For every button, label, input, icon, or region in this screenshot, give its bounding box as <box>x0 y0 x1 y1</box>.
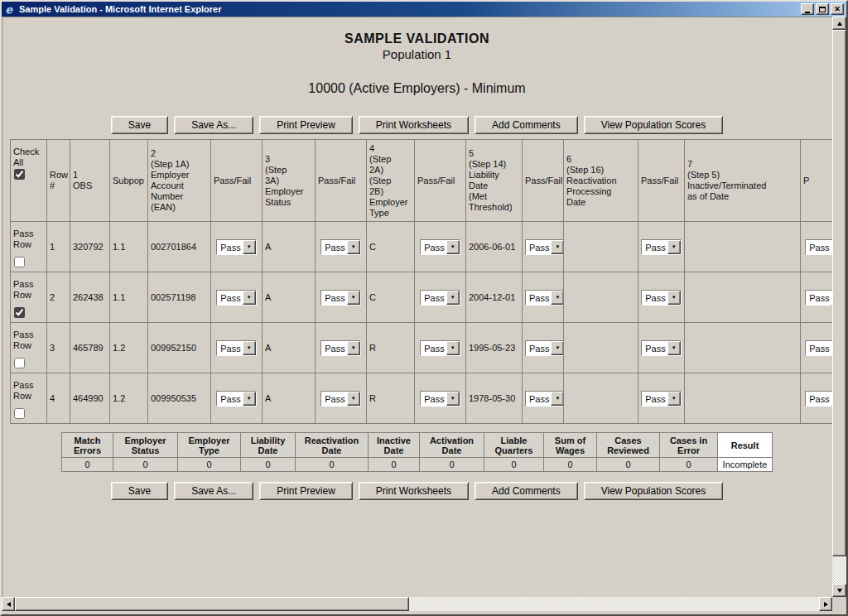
reactivation-date-value: 0 <box>296 458 369 472</box>
scroll-left-button[interactable] <box>2 597 15 611</box>
pass-fail-select[interactable]: Pass▼ <box>525 290 564 306</box>
view-population-scores-button[interactable]: View Population Scores <box>584 482 724 500</box>
liability-date-cell: 1995-05-23 <box>466 323 523 373</box>
print-preview-button[interactable]: Print Preview <box>259 116 353 134</box>
pass-fail-select[interactable]: Pass▼ <box>641 340 681 356</box>
table-row: Pass Row 2 262438 1.1 002571198 Pass▼ A … <box>11 272 833 323</box>
pass-fail-select[interactable]: Pass▼ <box>641 391 681 407</box>
save-button[interactable]: Save <box>111 116 168 134</box>
pass-fail-select[interactable]: Pass▼ <box>420 239 460 255</box>
header-row: Check All Row # 1 OBS Subpop 2 (Step 1A)… <box>11 140 833 222</box>
scroll-down-button[interactable] <box>832 584 846 597</box>
employer-status-value: 0 <box>113 458 178 472</box>
save-as-button[interactable]: Save As... <box>174 482 253 500</box>
pass-fail-select[interactable]: Pass▼ <box>420 290 460 306</box>
obs-cell: 320792 <box>70 222 110 272</box>
pass-fail-select[interactable]: Pass▼ <box>216 391 256 407</box>
print-worksheets-button[interactable]: Print Worksheets <box>359 116 469 134</box>
scroll-left-icon <box>7 602 11 607</box>
vertical-scrollbar[interactable] <box>832 17 846 597</box>
passfail-header: Pass/Fail <box>211 140 263 222</box>
reactivation-passfail-cell: Pass▼ <box>638 222 685 272</box>
pass-fail-select[interactable]: Pass▼ <box>805 239 832 255</box>
pass-row-checkbox[interactable] <box>14 307 25 318</box>
cases-reviewed-header: Cases Reviewed <box>597 433 660 458</box>
maximize-button[interactable] <box>816 3 829 15</box>
pass-fail-select[interactable]: Pass▼ <box>216 290 256 306</box>
vertical-scroll-track[interactable] <box>832 30 846 584</box>
print-preview-button[interactable]: Print Preview <box>259 482 353 500</box>
pass-fail-select[interactable]: Pass▼ <box>805 391 832 407</box>
match-errors-header: Match Errors <box>62 433 113 458</box>
pass-row-label: Pass Row <box>13 380 44 402</box>
pass-fail-select[interactable]: Pass▼ <box>320 290 360 306</box>
inactive-date-cell <box>685 222 801 272</box>
pass-row-checkbox[interactable] <box>14 358 25 368</box>
employer-status-summary-header: Employer Status <box>113 433 178 458</box>
liability-date-summary-header: Liability Date <box>241 433 296 458</box>
horizontal-scrollbar[interactable] <box>2 597 832 611</box>
vertical-scroll-thumb[interactable] <box>832 30 846 556</box>
pass-fail-select[interactable]: Pass▼ <box>216 340 256 356</box>
pass-row-checkbox[interactable] <box>14 257 25 267</box>
save-button[interactable]: Save <box>111 482 168 500</box>
scroll-up-button[interactable] <box>832 17 846 30</box>
save-as-button[interactable]: Save As... <box>174 116 253 134</box>
employer-type-cell: C <box>367 222 415 272</box>
pass-fail-select[interactable]: Pass▼ <box>805 340 832 356</box>
pass-fail-select[interactable]: Pass▼ <box>641 290 681 306</box>
passfail-header: Pass/Fail <box>316 140 367 222</box>
dropdown-arrow-icon: ▼ <box>551 291 563 305</box>
toolbar-bottom: Save Save As... Print Preview Print Work… <box>2 482 832 500</box>
pass-fail-select[interactable]: Pass▼ <box>525 239 564 255</box>
horizontal-scroll-track[interactable] <box>15 597 819 611</box>
pass-fail-select[interactable]: Pass▼ <box>420 391 460 407</box>
add-comments-button[interactable]: Add Comments <box>475 116 578 134</box>
pass-fail-select[interactable]: Pass▼ <box>641 239 681 255</box>
summary-value-row: 0 0 0 0 0 0 0 0 0 0 0 Incomplete <box>62 458 773 472</box>
ean-cell: 002701864 <box>148 222 211 272</box>
activation-date-value: 0 <box>420 458 484 472</box>
pass-fail-select[interactable]: Pass▼ <box>525 340 564 356</box>
obs-cell: 262438 <box>70 272 110 323</box>
pass-fail-select[interactable]: Pass▼ <box>525 391 564 407</box>
pass-fail-select[interactable]: Pass▼ <box>320 340 360 356</box>
dropdown-arrow-icon: ▼ <box>243 240 256 254</box>
liability-passfail-cell: Pass▼ <box>523 373 564 424</box>
close-button[interactable]: ✕ <box>831 3 844 15</box>
add-comments-button[interactable]: Add Comments <box>475 482 578 500</box>
pass-fail-select[interactable]: Pass▼ <box>320 239 360 255</box>
dropdown-arrow-icon: ▼ <box>667 392 681 406</box>
dropdown-arrow-icon: ▼ <box>347 341 360 355</box>
window-bottom-edge <box>2 611 846 614</box>
pass-row-checkbox[interactable] <box>14 408 25 419</box>
view-population-scores-button[interactable]: View Population Scores <box>584 116 724 134</box>
dropdown-arrow-icon: ▼ <box>551 240 563 254</box>
scroll-right-icon <box>824 602 828 607</box>
pass-fail-select[interactable]: Pass▼ <box>216 239 256 255</box>
scroll-right-button[interactable] <box>819 597 832 611</box>
employer-type-cell: R <box>367 373 415 424</box>
pass-fail-select[interactable]: Pass▼ <box>420 340 460 356</box>
check-all-checkbox[interactable] <box>14 169 25 180</box>
minimize-button[interactable] <box>801 3 814 15</box>
pass-row-label: Pass Row <box>13 330 44 351</box>
type-passfail-cell: Pass▼ <box>415 272 466 323</box>
row-number-cell: 2 <box>47 272 70 323</box>
print-worksheets-button[interactable]: Print Worksheets <box>359 482 469 500</box>
obs-cell: 464990 <box>70 373 110 424</box>
sample-table-clip: Check All Row # 1 OBS Subpop 2 (Step 1A)… <box>10 139 832 424</box>
employer-type-cell: R <box>367 323 415 373</box>
window-title: Sample Validation - Microsoft Internet E… <box>17 4 798 14</box>
toolbar-top: Save Save As... Print Preview Print Work… <box>2 116 832 134</box>
pass-fail-select[interactable]: Pass▼ <box>805 290 832 306</box>
ean-passfail-cell: Pass▼ <box>211 222 263 272</box>
dropdown-arrow-icon: ▼ <box>446 341 460 355</box>
subpop-cell: 1.2 <box>110 373 148 424</box>
liability-date-cell: 2006-06-01 <box>466 222 523 272</box>
title-bar: e Sample Validation - Microsoft Internet… <box>2 2 846 17</box>
pass-fail-select[interactable]: Pass▼ <box>320 391 360 407</box>
reactivation-passfail-cell: Pass▼ <box>638 272 685 323</box>
horizontal-scroll-thumb[interactable] <box>15 597 409 611</box>
sample-validation-table: Check All Row # 1 OBS Subpop 2 (Step 1A)… <box>10 139 832 424</box>
